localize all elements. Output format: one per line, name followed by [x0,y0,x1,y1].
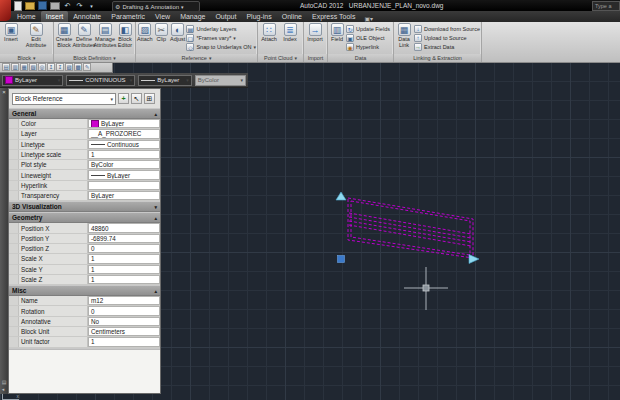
layer-tool-icon[interactable]: ▧ [29,63,37,71]
field-button[interactable]: Field [329,23,345,43]
section-3d-visualization[interactable]: 3D Visualization ▾ [9,201,160,212]
property-value[interactable]: ByLayer [88,191,160,200]
save-icon[interactable] [38,1,47,10]
property-value[interactable]: 1 [88,265,160,274]
tab-view[interactable]: View [150,11,175,22]
property-value[interactable]: __A_PROZOREC [88,129,160,138]
property-value[interactable]: 1 [88,254,160,263]
toggle-pickadd-button[interactable]: + [118,93,129,104]
tab-output[interactable]: Output [210,11,241,22]
property-value[interactable]: Centimeters [88,327,160,336]
edit-attribute-button[interactable]: Edit Attribute [22,23,50,49]
extract-data-button[interactable]: Extract Data [414,43,480,51]
close-icon[interactable]: × [2,89,6,95]
property-label: Unit factor [19,337,88,346]
select-objects-button[interactable]: ↖ [131,93,142,104]
tab-manage[interactable]: Manage [175,11,210,22]
layer-tool-icon[interactable]: ↧ [56,63,64,71]
tab-parametric[interactable]: Parametric [106,11,150,22]
palette-options[interactable]: ▤ ◂ [2,379,7,392]
property-value[interactable]: -6899.74 [88,234,160,243]
layer-tool-icon[interactable]: ▦ [20,63,28,71]
undo-icon[interactable]: ↶ [63,2,72,10]
data-link-button[interactable]: Data Link [395,23,413,49]
attach-button[interactable]: Attach [137,23,153,43]
property-value[interactable]: Continuous [88,140,160,149]
panel-title-block-definition[interactable]: Block Definition [54,54,135,62]
object-type-dropdown[interactable]: Block Reference [12,93,116,105]
panel-title-linking[interactable]: Linking & Extraction [394,54,481,62]
palette-title-bar[interactable]: × ▤ ◂ [0,88,8,394]
panel-title-data[interactable]: Data [328,54,393,62]
manage-attributes-button[interactable]: Manage Attributes [95,23,115,49]
quick-select-button[interactable]: ⊞ [144,93,155,104]
insert-button[interactable]: Insert [1,23,21,43]
tab-home[interactable]: Home [12,11,41,22]
property-value[interactable]: 48860 [88,223,160,232]
ole-object-button[interactable]: OLE Object [346,34,390,42]
property-value[interactable]: 1 [88,337,160,346]
tab-plugins[interactable]: Plug-ins [241,11,276,22]
import-button[interactable]: Import [305,23,325,43]
point-cloud-index-button[interactable]: Index [280,23,300,43]
layer-tool-icon[interactable]: ▤ [2,63,10,71]
linetype-dropdown[interactable]: CONTINUOUS [66,75,135,86]
panel-title-block[interactable]: Block [0,54,53,62]
section-misc[interactable]: Misc ▴ [9,285,160,296]
qat-dropdown-icon[interactable]: ▾ [87,2,96,10]
property-value[interactable]: 0 [88,306,160,315]
property-value[interactable]: ByColor [88,160,160,169]
layer-tool-icon[interactable]: ◎ [38,63,46,71]
tab-insert[interactable]: Insert [41,11,69,22]
layer-tool-icon[interactable]: ▨ [65,63,73,71]
adjust-button[interactable]: Adjust [170,23,185,43]
ribbon-state-icon[interactable]: ▣▾ [364,15,373,22]
panel-title-point-cloud[interactable]: Point Cloud [258,54,303,62]
redo-icon[interactable]: ↷ [75,2,84,10]
infocenter-search-input[interactable]: Type a [592,1,620,11]
property-value[interactable]: 1 [88,150,160,159]
layer-tool-icon[interactable]: ↥ [47,63,55,71]
row-gutter [9,327,19,336]
property-value[interactable]: ByLayer [88,170,160,179]
property-value[interactable]: 1 [88,275,160,284]
snap-to-underlays-dropdown[interactable]: Snap to Underlays ON [186,43,256,51]
block-editor-button[interactable]: Block Editor [116,23,134,49]
selected-block[interactable] [348,198,473,258]
define-attributes-button[interactable]: Define Attributes [74,23,94,49]
hyperlink-button[interactable]: Hyperlink [346,43,390,51]
create-block-button[interactable]: Create Block [55,23,73,49]
section-general[interactable]: General ▴ [9,108,160,119]
property-value[interactable]: m12 [88,296,160,305]
lineweight-dropdown[interactable]: ByLayer [138,75,191,86]
open-file-icon[interactable] [25,2,35,10]
new-file-icon[interactable] [14,1,22,11]
color-dropdown[interactable]: ByLayer [2,75,63,86]
layer-tool-icon[interactable]: ▥ [11,63,19,71]
tab-annotate[interactable]: Annotate [68,11,106,22]
tab-express-tools[interactable]: Express Tools [307,11,360,22]
panel-title-import[interactable]: Import [304,54,327,62]
property-label: Block Unit [19,327,88,336]
property-value[interactable]: 0 [88,244,160,253]
linetype-sample [69,80,83,81]
underlay-layers-button[interactable]: Underlay Layers [186,25,256,33]
application-menu-button[interactable] [0,0,11,21]
clip-button[interactable]: Clip [154,23,169,43]
download-from-source-button[interactable]: Download from Source [414,25,480,33]
value-text: Centimeters [91,328,125,335]
property-value[interactable] [88,181,160,190]
frames-vary-dropdown[interactable]: *Frames vary* [186,34,256,42]
property-value[interactable]: ByLayer [88,119,160,128]
section-geometry[interactable]: Geometry ▴ [9,212,160,223]
upload-to-source-button[interactable]: Upload to Source [414,34,480,42]
plot-icon[interactable] [50,2,60,10]
tab-online[interactable]: Online [277,11,307,22]
layer-tool-icon[interactable]: ✎ [83,63,91,71]
plot-style-dropdown[interactable]: ByColor [195,75,246,86]
panel-title-reference[interactable]: Reference [136,54,257,62]
layer-tool-icon[interactable]: ▩ [74,63,82,71]
update-fields-button[interactable]: Update Fields [346,25,390,33]
point-cloud-attach-button[interactable]: Attach [259,23,279,43]
property-value[interactable]: No [88,317,160,326]
